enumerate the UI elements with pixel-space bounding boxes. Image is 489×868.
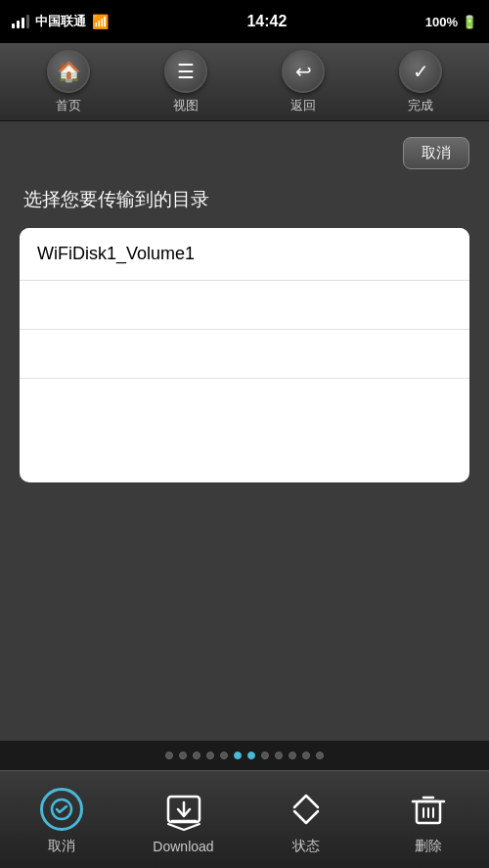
modal-title: 选择您要传输到的目录: [0, 179, 489, 228]
dot-5: [234, 752, 242, 759]
wifi-icon: 📶: [92, 14, 109, 29]
bottom-cancel-label: 取消: [48, 838, 75, 855]
status-left: 中国联通 📶: [12, 13, 109, 30]
dot-9: [289, 752, 296, 759]
bottom-delete-label: 删除: [415, 838, 442, 855]
battery-icon: 🔋: [462, 15, 477, 29]
trash-icon: [404, 785, 453, 834]
download-icon: [159, 786, 208, 835]
toolbar-done-label: 完成: [408, 97, 433, 114]
check-circle: [40, 788, 83, 831]
bottom-status-label: 状态: [292, 838, 320, 855]
back-icon: ↩: [282, 50, 325, 93]
toolbar-view-button[interactable]: ☰ 视图: [152, 50, 220, 114]
bottom-bar: 取消 Download 状态: [0, 770, 489, 868]
bottom-status-button[interactable]: 状态: [267, 785, 345, 855]
done-icon: ✓: [399, 50, 442, 93]
status-arrows-icon: [282, 785, 331, 834]
dot-3: [206, 752, 214, 759]
dot-8: [275, 752, 283, 759]
view-icon: ☰: [164, 50, 207, 93]
cancel-circle-icon: [37, 785, 86, 834]
pagination-dots: [0, 741, 489, 770]
modal-cancel-button[interactable]: 取消: [403, 137, 469, 169]
toolbar: 🏠 首页 ☰ 视图 ↩ 返回 ✓ 完成: [0, 43, 489, 121]
time-label: 14:42: [246, 13, 287, 30]
dot-0: [165, 752, 173, 759]
bottom-download-button[interactable]: Download: [145, 786, 223, 854]
toolbar-home-label: 首页: [56, 97, 81, 114]
toolbar-done-button[interactable]: ✓ 完成: [386, 50, 455, 114]
status-bar: 中国联通 📶 14:42 100% 🔋: [0, 0, 489, 43]
battery-label: 100%: [425, 15, 458, 29]
dot-2: [193, 752, 200, 759]
home-icon: 🏠: [47, 50, 90, 93]
dot-4: [220, 752, 228, 759]
dot-6: [247, 752, 255, 759]
dot-1: [179, 752, 187, 759]
bottom-download-label: Download: [153, 839, 213, 854]
toolbar-view-label: 视图: [173, 97, 199, 114]
signal-bars: [12, 15, 29, 28]
modal-header: 取消: [0, 121, 489, 179]
status-right: 100% 🔋: [425, 15, 477, 29]
dot-10: [302, 752, 310, 759]
directory-item-1[interactable]: [20, 281, 469, 330]
toolbar-home-button[interactable]: 🏠 首页: [34, 50, 103, 114]
bottom-cancel-button[interactable]: 取消: [22, 785, 101, 855]
dot-7: [261, 752, 269, 759]
carrier-label: 中国联通: [35, 13, 86, 30]
toolbar-back-label: 返回: [290, 97, 316, 114]
directory-list: WiFiDisk1_Volume1: [20, 228, 469, 482]
dot-11: [316, 752, 324, 759]
bottom-delete-button[interactable]: 删除: [389, 785, 467, 855]
directory-item-0[interactable]: WiFiDisk1_Volume1: [20, 228, 469, 281]
toolbar-back-button[interactable]: ↩ 返回: [269, 50, 337, 114]
directory-item-3[interactable]: [20, 379, 469, 428]
directory-item-2[interactable]: [20, 330, 469, 379]
